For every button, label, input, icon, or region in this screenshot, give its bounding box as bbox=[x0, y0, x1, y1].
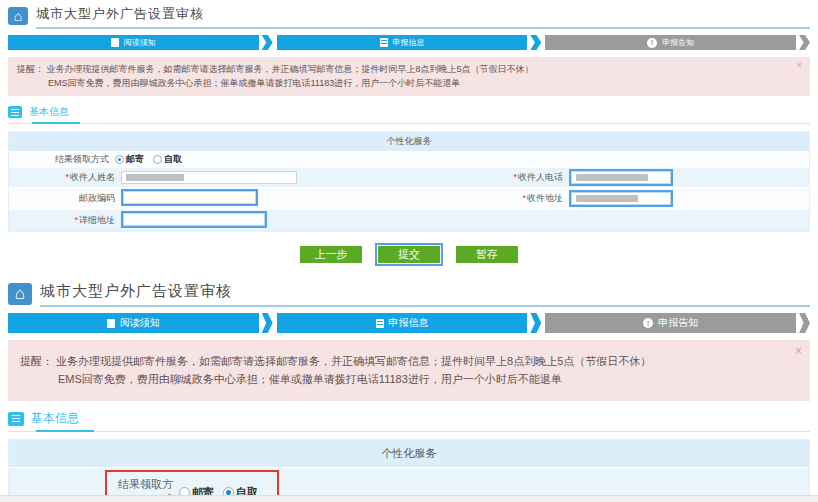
detail-address-label: *详细地址 bbox=[9, 214, 121, 227]
step-wizard: 阅读须知 申报信息 申报告知 bbox=[8, 313, 810, 333]
annotation-box-blue: 提交 bbox=[375, 243, 443, 266]
page: { "required_mark": "*", "colors": { "ste… bbox=[0, 0, 818, 502]
step-wizard: 阅读须知 申报信息 申报告知 bbox=[8, 35, 810, 50]
pickup-label: 结果领取方式 bbox=[9, 153, 115, 166]
step-declare-info[interactable]: 申报信息 bbox=[277, 35, 542, 50]
recipient-phone-label: *收件人电话 bbox=[409, 171, 569, 184]
step-label: 阅读须知 bbox=[124, 37, 156, 48]
close-icon[interactable]: × bbox=[797, 59, 802, 73]
info-icon bbox=[643, 318, 653, 328]
step-label: 阅读须知 bbox=[120, 316, 160, 330]
table-header: 个性化服务 bbox=[9, 132, 809, 152]
page-footer-strip bbox=[0, 495, 818, 502]
annotation-box-blue bbox=[569, 190, 673, 207]
step-label: 申报信息 bbox=[393, 37, 425, 48]
step-declare-info[interactable]: 申报信息 bbox=[277, 313, 542, 333]
alert-line1: 提醒： 业务办理现提供邮寄件服务，如需邮寄请选择邮寄服务，并正确填写邮寄信息；提… bbox=[20, 353, 780, 371]
redacted-value bbox=[576, 195, 638, 202]
section-basic-info: 基本信息 bbox=[8, 410, 810, 432]
form-row-3: *详细地址 bbox=[9, 210, 809, 231]
info-icon bbox=[647, 38, 657, 48]
action-buttons: 上一步 提交 暂存 bbox=[8, 243, 810, 266]
step-label: 申报告知 bbox=[662, 37, 694, 48]
postal-code-input[interactable] bbox=[123, 191, 256, 204]
step-arrow-icon bbox=[530, 35, 541, 50]
notice-icon bbox=[107, 319, 115, 328]
alert-line1: 提醒： 业务办理现提供邮寄件服务，如需邮寄请选择邮寄服务，并正确填写邮寄信息；提… bbox=[17, 63, 784, 77]
step-arrow-icon bbox=[262, 313, 273, 333]
reminder-alert: × 提醒： 业务办理现提供邮寄件服务，如需邮寄请选择邮寄服务，并正确填写邮寄信息… bbox=[8, 57, 810, 96]
redacted-value bbox=[576, 174, 648, 181]
radio-self-pickup-label[interactable]: 自取 bbox=[164, 153, 182, 166]
recipient-phone-input[interactable] bbox=[571, 171, 671, 184]
page-header: 城市大型户外广告设置审核 bbox=[8, 3, 810, 29]
close-icon[interactable]: × bbox=[795, 342, 802, 361]
step-arrow-icon bbox=[799, 35, 810, 50]
recipient-name-label: *收件人姓名 bbox=[9, 171, 121, 184]
annotation-box-blue bbox=[569, 169, 673, 186]
personalized-service-table: 个性化服务 结果领取方式 邮寄 自取 *收件人姓名 *收件人电话 邮政编码 *收… bbox=[8, 131, 810, 232]
save-draft-button[interactable]: 暂存 bbox=[456, 246, 518, 263]
list-icon bbox=[8, 106, 22, 118]
list-icon bbox=[8, 412, 24, 426]
header-underline: 城市大型户外广告设置审核 bbox=[36, 3, 810, 29]
step-arrow-icon bbox=[799, 313, 810, 333]
annotation-box-blue bbox=[121, 189, 258, 206]
step-label: 申报告知 bbox=[658, 316, 698, 330]
section-title: 基本信息 bbox=[29, 105, 69, 119]
annotation-box-blue bbox=[121, 211, 267, 228]
home-icon[interactable] bbox=[8, 283, 32, 305]
recipient-address-input[interactable] bbox=[571, 192, 671, 205]
notice-icon bbox=[111, 38, 119, 47]
alert-line2: EMS回寄免费，费用由聊城政务中心承担；催单或撤单请拨打电话11183进行，用户… bbox=[58, 371, 780, 389]
alert-line2: EMS回寄免费，费用由聊城政务中心承担；催单或撤单请拨打电话11183进行，用户… bbox=[48, 77, 784, 91]
form-icon bbox=[380, 38, 388, 47]
previous-step-button[interactable]: 上一步 bbox=[300, 246, 362, 263]
form-row-1: *收件人姓名 *收件人电话 bbox=[9, 168, 809, 188]
pickup-options: 邮寄 自取 bbox=[115, 153, 191, 166]
redacted-value bbox=[126, 174, 184, 181]
step-arrow-icon bbox=[530, 313, 541, 333]
section-title: 基本信息 bbox=[31, 410, 79, 427]
step-read-notice[interactable]: 阅读须知 bbox=[8, 35, 273, 50]
wizard-panel-top: 城市大型户外广告设置审核 阅读须知 申报信息 申报告知 × 提醒： 业务办理现提… bbox=[0, 0, 818, 266]
table-header: 个性化服务 bbox=[9, 440, 809, 468]
page-title: 城市大型户外广告设置审核 bbox=[36, 6, 204, 21]
radio-mail-label[interactable]: 邮寄 bbox=[126, 153, 144, 166]
wizard-panel-bottom: 城市大型户外广告设置审核 阅读须知 申报信息 申报告知 × 提醒： 业务办理现提… bbox=[0, 280, 818, 502]
home-icon[interactable] bbox=[8, 7, 28, 25]
page-title: 城市大型户外广告设置审核 bbox=[40, 282, 232, 299]
postal-code-label: 邮政编码 bbox=[9, 192, 121, 205]
personalized-service-table: 个性化服务 结果领取方式 邮寄 自取 bbox=[8, 439, 810, 502]
step-arrow-icon bbox=[262, 35, 273, 50]
radio-mail[interactable] bbox=[115, 155, 124, 164]
submit-button[interactable]: 提交 bbox=[378, 246, 440, 263]
detail-address-input[interactable] bbox=[123, 213, 265, 226]
pickup-method-row: 结果领取方式 邮寄 自取 bbox=[9, 152, 809, 168]
step-label: 申报信息 bbox=[389, 316, 429, 330]
step-read-notice[interactable]: 阅读须知 bbox=[8, 313, 273, 333]
step-declare-notify[interactable]: 申报告知 bbox=[545, 313, 810, 333]
recipient-name-input[interactable] bbox=[121, 171, 297, 184]
recipient-address-label: *收件地址 bbox=[409, 192, 569, 205]
radio-self-pickup[interactable] bbox=[153, 155, 162, 164]
page-header: 城市大型户外广告设置审核 bbox=[8, 280, 810, 307]
reminder-alert: × 提醒： 业务办理现提供邮寄件服务，如需邮寄请选择邮寄服务，并正确填写邮寄信息… bbox=[8, 340, 810, 401]
step-declare-notify[interactable]: 申报告知 bbox=[545, 35, 810, 50]
form-row-2: 邮政编码 *收件地址 bbox=[9, 188, 809, 210]
section-basic-info: 基本信息 bbox=[8, 105, 810, 124]
header-underline: 城市大型户外广告设置审核 bbox=[40, 280, 810, 307]
form-icon bbox=[376, 319, 384, 328]
